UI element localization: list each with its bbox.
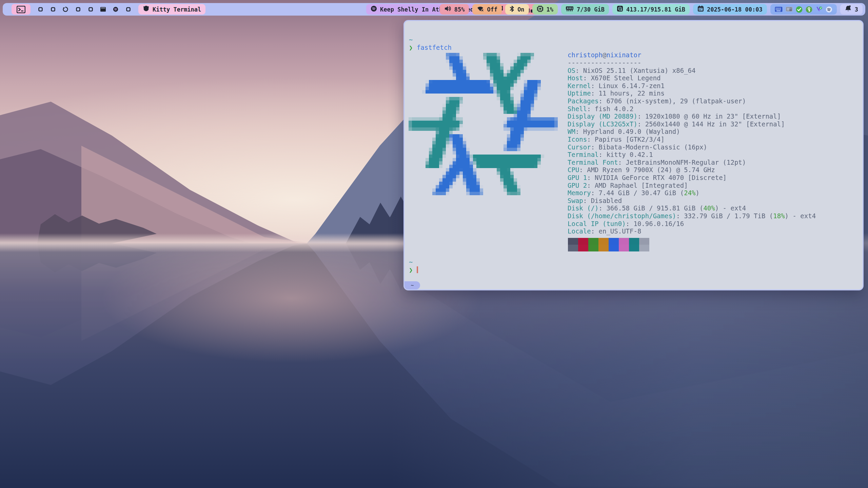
disk-icon	[617, 5, 623, 13]
check-circle-icon[interactable]	[796, 6, 803, 13]
workspace-9-empty-icon[interactable]	[125, 7, 131, 12]
system-tray	[770, 4, 837, 15]
fastfetch-line: GPU 1: NVIDIA GeForce RTX 4070 [Discrete…	[568, 174, 727, 182]
volume-value: 85%	[454, 6, 465, 13]
cpu-value: 1%	[547, 6, 553, 13]
bluetooth-icon	[510, 5, 514, 14]
kitty-terminal-window[interactable]: ~ ❯ fastfetch christoph@nixinator-------…	[403, 20, 864, 290]
fastfetch-line: Terminal: kitty 0.42.1	[568, 151, 653, 159]
workspace-8-spotify-icon[interactable]	[113, 7, 118, 12]
ram-icon	[566, 6, 574, 13]
fastfetch-line: OS: NixOS 25.11 (Xantusia) x86_64	[568, 67, 696, 75]
fastfetch-line: Terminal Font: JetBrainsMonoNFM-Regular …	[568, 159, 746, 166]
network-module[interactable]: Off	[472, 4, 502, 15]
vpn-check-icon[interactable]	[815, 6, 823, 13]
speaker-icon	[444, 5, 451, 13]
key-icon[interactable]	[806, 6, 812, 13]
palette-swatch	[598, 245, 609, 251]
fastfetch-line: Shell: fish 4.0.2	[568, 105, 633, 113]
tab-home[interactable]: ~	[405, 281, 420, 289]
wifi-off-icon	[477, 6, 484, 13]
workspace-1-terminal-icon[interactable]	[12, 4, 31, 15]
fastfetch-line: WM: Hyprland 0.49.0 (Wayland)	[568, 128, 680, 136]
workspace-7-window-icon[interactable]	[100, 7, 106, 12]
fastfetch-line: Locale: en_US.UTF-8	[568, 227, 641, 235]
desktop: Kitty Terminal Keep Shelly In Athens - M…	[0, 0, 868, 488]
fastfetch-line: Uptime: 11 hours, 22 mins	[568, 89, 665, 97]
fastfetch-line: Display (LC32G5xT): 868x488 @ 144 Hz i…	[568, 120, 785, 128]
prompt-path: ~	[409, 36, 413, 44]
terminal-color-palette	[568, 238, 649, 251]
palette-swatch	[598, 238, 609, 245]
palette-swatch	[578, 238, 588, 245]
prompt-2: ❯	[409, 266, 413, 274]
nixos-logo	[409, 53, 558, 195]
fastfetch-line: Disk (/): 366.58 GiB / 915.81 GiB (40%) …	[568, 204, 746, 212]
fastfetch-line: Memory: 7.44 GiB / 30.47 GiB (24%)	[568, 189, 699, 197]
notifications-module[interactable]: 3	[840, 4, 863, 15]
workspace-2-empty-icon[interactable]	[38, 7, 43, 12]
fastfetch-line: Kernel: Linux 6.14.7-zen1	[568, 82, 665, 90]
fastfetch-line: Disk (/home/christoph/Games): 332.79 GiB…	[568, 212, 816, 220]
fastfetch-line: CPU: AMD Ryzen 9 7900X (24) @ 5.74 GHz	[568, 166, 715, 174]
fastfetch-line: -------------------	[568, 59, 641, 67]
status-bar: Kitty Terminal Keep Shelly In Athens - M…	[3, 3, 865, 16]
cpu-module[interactable]: 1%	[532, 4, 558, 15]
fastfetch-line: christoph@nixinator	[568, 51, 641, 59]
card-lock-icon[interactable]	[786, 6, 793, 12]
fastfetch-line: Icons: Papirus [GTK2/3/4]	[568, 136, 665, 143]
active-window-title[interactable]: Kitty Terminal	[138, 4, 205, 15]
calendar-icon	[697, 5, 704, 13]
palette-swatch	[568, 245, 578, 251]
disk-value: 413.17/915.81 GiB	[626, 6, 685, 13]
fastfetch-line: Host: X670E Steel Legend	[568, 74, 661, 82]
cpu-icon	[537, 5, 544, 14]
prompt-command: ❯ fastfetch	[409, 44, 452, 52]
palette-swatch	[568, 238, 578, 245]
spotify-icon[interactable]	[826, 6, 832, 13]
palette-swatch	[629, 245, 639, 251]
fastfetch-line: GPU 2: AMD Raphael [Integrated]	[568, 182, 688, 189]
workspace-3-empty-icon[interactable]	[50, 7, 56, 12]
fastfetch-line: Cursor: Bibata-Modern-Classic (16px)	[568, 143, 707, 151]
workspace-5-empty-icon[interactable]	[75, 7, 81, 12]
palette-swatch	[619, 238, 629, 245]
bluetooth-value: On	[517, 6, 524, 13]
palette-swatch	[578, 245, 588, 251]
clock-value: 2025-06-18 00:03	[707, 6, 763, 13]
palette-swatch	[639, 245, 649, 251]
fastfetch-line: Swap: Disabled	[568, 197, 622, 205]
workspace-switcher	[12, 4, 131, 15]
palette-swatch	[619, 245, 629, 251]
volume-module[interactable]: 85%	[440, 4, 469, 15]
notification-count: 3	[855, 6, 858, 13]
text-cursor	[417, 266, 418, 273]
clock-module[interactable]: 2025-06-18 00:03	[693, 4, 767, 15]
bar-modules: 85%OffOn1%7/30 GiB413.17/915.81 GiB2025-…	[440, 4, 863, 15]
palette-swatch	[588, 238, 598, 245]
disk-module[interactable]: 413.17/915.81 GiB	[612, 4, 690, 15]
bluetooth-module[interactable]: On	[505, 4, 529, 15]
palette-swatch	[629, 238, 639, 245]
palette-swatch	[588, 245, 598, 251]
memory-value: 7/30 GiB	[577, 6, 605, 13]
fastfetch-line: Display (MD 20889): 1920x1080 @ 60 Hz in…	[568, 113, 781, 120]
spotify-icon	[371, 5, 377, 13]
workspace-6-empty-icon[interactable]	[88, 7, 93, 12]
memory-module[interactable]: 7/30 GiB	[561, 4, 609, 15]
kitty-tab-bar: ~	[405, 281, 863, 289]
cat-icon	[143, 6, 150, 13]
fastfetch-line: Packages: 6706 (nix-system), 29 (flatpak…	[568, 97, 746, 105]
bell-icon	[845, 5, 852, 14]
prompt-path-2: ~	[409, 258, 413, 266]
workspace-4-firefox-icon[interactable]	[63, 7, 68, 12]
fastfetch-line: Local IP (tun0): 10.96.0.16/16	[568, 220, 684, 228]
palette-swatch	[609, 238, 619, 245]
palette-swatch	[639, 238, 649, 245]
keyboard-icon[interactable]	[775, 6, 783, 12]
palette-swatch	[609, 245, 619, 251]
window-title-label: Kitty Terminal	[153, 6, 201, 13]
network-value: Off	[487, 6, 497, 13]
